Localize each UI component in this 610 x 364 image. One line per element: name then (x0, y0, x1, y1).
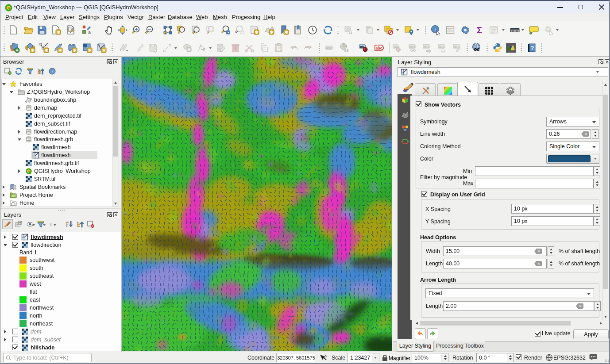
svg-text:✱: ✱ (58, 48, 62, 53)
svg-text:✱: ✱ (56, 30, 60, 35)
svg-text:i: i (434, 27, 436, 33)
svg-text:✱: ✱ (44, 48, 48, 53)
svg-text:✱: ✱ (88, 48, 92, 53)
svg-text:✱: ✱ (255, 30, 259, 35)
svg-text:✱: ✱ (270, 30, 274, 35)
svg-text:abc: abc (424, 45, 429, 49)
svg-text:?: ? (531, 45, 534, 51)
svg-text:abc: abc (409, 45, 415, 49)
svg-text:i: i (52, 69, 53, 74)
svg-text:✱: ✱ (102, 48, 106, 53)
svg-text:1:1: 1:1 (209, 28, 213, 31)
svg-text:ε: ε (50, 221, 52, 227)
svg-text:✱: ✱ (187, 47, 191, 52)
svg-text:✱: ✱ (284, 30, 288, 35)
svg-text:a: a (88, 30, 91, 35)
svg-text:✱: ✱ (31, 48, 35, 53)
svg-text:Σ: Σ (477, 25, 482, 35)
svg-text:✱: ✱ (73, 48, 77, 53)
svg-text:abc: abc (375, 46, 382, 50)
svg-text:abc: abc (326, 46, 332, 50)
svg-text:abc: abc (454, 45, 459, 49)
